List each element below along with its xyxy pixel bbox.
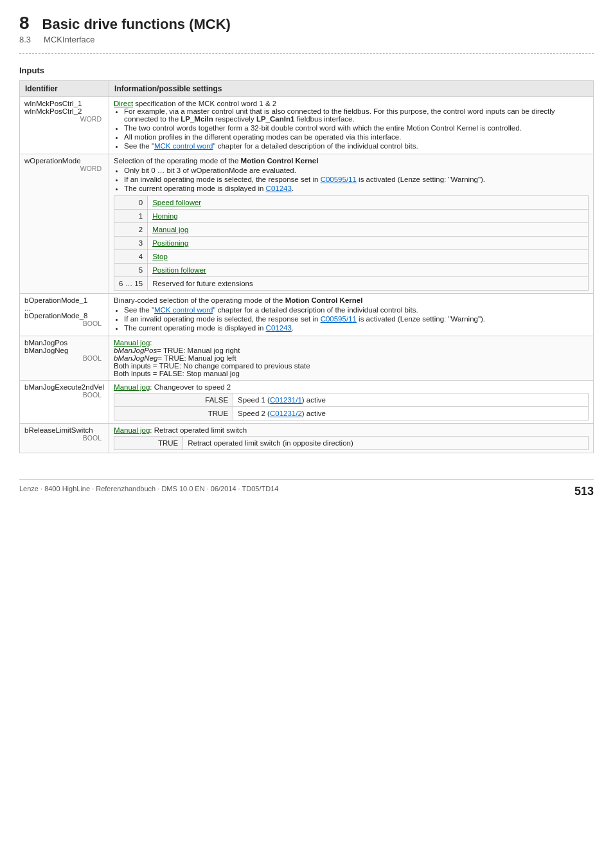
- c01243-link[interactable]: C01243: [266, 185, 292, 192]
- mode-number: 2: [114, 223, 148, 237]
- mck-control-word-link[interactable]: MCK control word: [154, 142, 213, 150]
- page-number: 513: [574, 485, 594, 498]
- divider: [19, 53, 594, 54]
- manual-jog-link[interactable]: Manual jog: [114, 339, 150, 347]
- mode-label-link[interactable]: Manual jog: [152, 226, 188, 233]
- table-row: bManJogPosbManJogNegBOOLManual jog:bManJ…: [20, 336, 594, 381]
- section-title: MCKInterface: [44, 35, 94, 44]
- data-type-label: BOOL: [24, 391, 104, 399]
- mode-number: 3: [114, 237, 148, 250]
- mode-label-link[interactable]: Position follower: [152, 266, 206, 274]
- main-table: Identifier Information/possible settings…: [19, 80, 594, 453]
- c01243-link2[interactable]: C01243: [266, 324, 292, 332]
- col-identifier: Identifier: [20, 81, 109, 97]
- data-type-label: WORD: [24, 165, 104, 172]
- mode-label-link[interactable]: Positioning: [152, 239, 188, 247]
- identifier-cell: bManJogPosbManJogNegBOOL: [20, 336, 109, 381]
- mode-label-link[interactable]: Speed follower: [152, 199, 201, 206]
- mode-label-link[interactable]: Stop: [152, 253, 168, 260]
- page-header: 8 Basic drive functions (MCK) 8.3 MCKInt…: [19, 13, 594, 44]
- table-row: bReleaseLimitSwitchBOOLManual jog: Retra…: [20, 424, 594, 453]
- identifier-cell: wOperationModeWORD: [20, 154, 109, 294]
- table-row: bManJogExecute2ndVelBOOLManual jog: Chan…: [20, 381, 594, 424]
- col-info: Information/possible settings: [109, 81, 594, 97]
- bool-label: FALSE: [114, 393, 233, 407]
- mode-number: 1: [114, 210, 148, 223]
- chapter-title: Basic drive functions (MCK): [42, 16, 231, 33]
- table-row: bOperationMode_1...bOperationMode_8BOOLB…: [20, 294, 594, 336]
- c00595-link[interactable]: C00595/11: [321, 176, 357, 183]
- identifier-cell: wInMckPosCtrl_1wInMckPosCtrl_2WORD: [20, 97, 109, 154]
- data-type-label: BOOL: [24, 434, 104, 442]
- table-row: wOperationModeWORDSelection of the opera…: [20, 154, 594, 294]
- c00595-link2[interactable]: C00595/11: [321, 315, 357, 323]
- mode-number: 4: [114, 250, 148, 264]
- info-cell: Manual jog: Changeover to speed 2FALSESp…: [109, 381, 594, 424]
- footer-left: Lenze · 8400 HighLine · Referenzhandbuch…: [19, 485, 278, 498]
- bool-label: TRUE: [114, 407, 233, 420]
- info-cell: Manual jog:bManJogPos= TRUE: Manual jog …: [109, 336, 594, 381]
- info-cell: Direct specification of the MCK control …: [109, 97, 594, 154]
- table-row: wInMckPosCtrl_1wInMckPosCtrl_2WORDDirect…: [20, 97, 594, 154]
- page-footer: Lenze · 8400 HighLine · Referenzhandbuch…: [19, 479, 594, 498]
- info-cell: Selection of the operating mode of the M…: [109, 154, 594, 294]
- section-number: 8.3: [19, 35, 31, 44]
- inputs-heading: Inputs: [19, 66, 594, 75]
- mode-label-link[interactable]: Homing: [152, 212, 178, 220]
- data-type-label: BOOL: [24, 354, 104, 362]
- bool-label: TRUE: [114, 437, 183, 450]
- bool-value: Speed 2 (C01231/2) active: [233, 407, 589, 420]
- data-type-label: WORD: [24, 115, 104, 123]
- info-cell: Binary-coded selection of the operating …: [109, 294, 594, 336]
- c01231-1-link[interactable]: C01231/1: [270, 396, 302, 404]
- direct-link[interactable]: Direct: [114, 100, 133, 107]
- mode-number: 5: [114, 264, 148, 277]
- mode-number: 0: [114, 196, 148, 210]
- mck-control-word-link2[interactable]: MCK control word: [154, 306, 213, 314]
- bool-value: Speed 1 (C01231/1) active: [233, 393, 589, 407]
- manual-jog-link2[interactable]: Manual jog: [114, 383, 150, 391]
- identifier-cell: bManJogExecute2ndVelBOOL: [20, 381, 109, 424]
- data-type-label: BOOL: [24, 320, 104, 327]
- chapter-number: 8: [19, 13, 30, 33]
- manual-jog-link3[interactable]: Manual jog: [114, 426, 150, 434]
- mode-label: Reserved for future extensions: [148, 277, 589, 291]
- identifier-cell: bOperationMode_1...bOperationMode_8BOOL: [20, 294, 109, 336]
- info-cell: Manual jog: Retract operated limit switc…: [109, 424, 594, 453]
- bool-value: Retract operated limit switch (in opposi…: [183, 437, 589, 450]
- c01231-2-link[interactable]: C01231/2: [270, 410, 302, 417]
- identifier-cell: bReleaseLimitSwitchBOOL: [20, 424, 109, 453]
- mode-number: 6 … 15: [114, 277, 148, 291]
